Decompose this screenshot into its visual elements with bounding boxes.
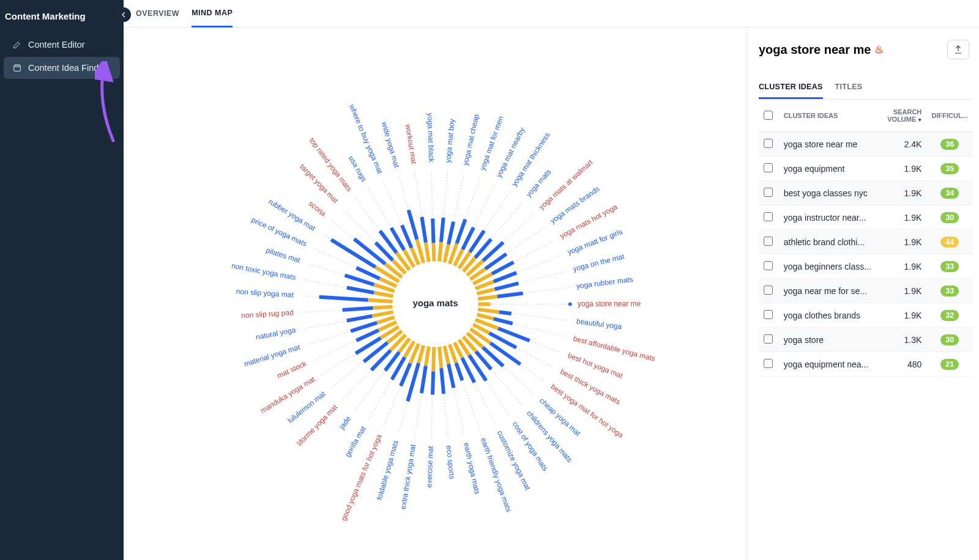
svg-line-116 [433, 243, 434, 261]
mindmap-node[interactable]: earth yoga mats [462, 442, 482, 495]
svg-line-79 [301, 310, 343, 312]
svg-line-87 [345, 275, 374, 284]
svg-line-83 [374, 293, 393, 297]
svg-line-150 [495, 283, 519, 289]
collapse-sidebar-button[interactable] [116, 7, 131, 22]
svg-line-126 [456, 219, 465, 244]
col-search-volume[interactable]: SEARCH VOLUME▾ [876, 100, 926, 132]
table-row[interactable]: athletic brand clothi...1.9K44 [759, 230, 973, 254]
panel-title-text: yoga store near me [759, 43, 871, 57]
svg-line-46 [415, 393, 422, 437]
mindmap-node[interactable]: eco sports [445, 445, 456, 479]
mindmap-node[interactable]: jade [337, 414, 353, 432]
row-checkbox[interactable] [764, 359, 773, 368]
table-row[interactable]: yoga instructor near...1.9K30 [759, 205, 973, 230]
row-name: yoga near me for se... [779, 279, 876, 303]
mindmap-node[interactable]: pilates mat [265, 246, 302, 265]
mindmap-node[interactable]: yoga mat black [426, 112, 436, 163]
mindmap-node[interactable]: usa rugs [347, 155, 368, 183]
row-checkbox[interactable] [764, 139, 773, 148]
mindmap-node[interactable]: yoga mat boy [444, 119, 456, 163]
svg-line-61 [341, 370, 371, 400]
row-checkbox[interactable] [764, 310, 773, 319]
table-row[interactable]: yoga equipment1.9K35 [759, 157, 973, 181]
row-checkbox[interactable] [764, 163, 773, 172]
svg-line-78 [343, 308, 373, 310]
top-tabs: OVERVIEW MIND MAP [124, 0, 979, 28]
select-all-checkbox[interactable] [764, 111, 773, 120]
mindmap-node[interactable]: yoga rubber mats [576, 275, 633, 290]
export-icon [953, 45, 963, 54]
row-checkbox[interactable] [764, 188, 773, 197]
svg-line-130 [474, 183, 496, 227]
svg-line-133 [484, 192, 510, 230]
table-row[interactable]: best yoga classes nyc1.9K34 [759, 181, 973, 205]
subtab-cluster-ideas[interactable]: CLUSTER IDEAS [759, 76, 823, 99]
svg-line-81 [319, 297, 368, 300]
svg-line-36 [449, 364, 454, 388]
col-difficulty[interactable]: DIFFICUL... [926, 100, 973, 132]
mindmap-node[interactable]: natural yoga [255, 325, 297, 341]
subtab-titles[interactable]: TITLES [835, 76, 863, 99]
row-name: athletic brand clothi... [779, 230, 876, 254]
sidebar-item-content-idea-finder[interactable]: Content Idea Finder [4, 57, 120, 79]
mindmap-node[interactable]: extra thick yoga mat [399, 443, 417, 510]
mindmap-node[interactable]: non slip rug pad [241, 308, 294, 320]
svg-line-42 [433, 372, 433, 395]
mindmap-node[interactable]: non slip yoga mat [236, 287, 294, 300]
table-row[interactable]: yoga near me for se...1.9K33 [759, 279, 973, 303]
mindmap-node[interactable]: yoga store near me [578, 300, 641, 308]
mindmap-node[interactable]: mat stock [276, 359, 308, 380]
table-row[interactable]: yoga store1.3K30 [759, 328, 973, 352]
row-search-volume: 1.9K [876, 205, 926, 230]
svg-line-85 [303, 279, 347, 287]
svg-line-106 [368, 188, 391, 228]
svg-line-147 [494, 273, 516, 281]
row-checkbox[interactable] [764, 286, 773, 295]
svg-line-47 [419, 345, 423, 363]
svg-line-153 [497, 293, 523, 297]
sort-desc-icon: ▾ [918, 117, 921, 123]
mindmap-node[interactable]: non toxic yoga mats [231, 262, 296, 282]
svg-line-74 [372, 312, 393, 315]
mindmap-node[interactable]: foldable yoga mats [375, 440, 400, 501]
row-search-volume: 1.9K [876, 157, 926, 181]
table-row[interactable]: yoga beginners class...1.9K33 [759, 254, 973, 279]
sidebar-item-content-editor[interactable]: Content Editor [4, 34, 120, 56]
row-name: yoga equipment nea... [779, 352, 876, 377]
tab-overview[interactable]: OVERVIEW [136, 1, 179, 26]
mind-map[interactable]: yoga store near mebeautiful yogabest aff… [124, 28, 747, 560]
row-checkbox[interactable] [764, 334, 773, 344]
mindmap-node[interactable]: scoria [307, 199, 328, 218]
row-name: yoga clothes brands [779, 303, 876, 328]
difficulty-pill: 35 [940, 163, 959, 174]
svg-line-51 [401, 363, 411, 386]
mindmap-node[interactable]: exercise mat [425, 446, 434, 488]
mindmap-node[interactable]: good yoga mats for hot yoga [339, 433, 383, 522]
mindmap-node[interactable]: workout mat [404, 123, 419, 164]
mindmap-node[interactable]: yoga mat cheap [461, 113, 481, 166]
mindmap-node[interactable]: gorilla mat [343, 424, 368, 459]
mindmap-node[interactable]: beautiful yoga [576, 317, 622, 331]
difficulty-pill: 36 [940, 139, 959, 150]
export-button[interactable] [947, 40, 969, 59]
row-name: yoga instructor near... [779, 205, 876, 230]
row-checkbox[interactable] [764, 261, 773, 270]
mindmap-node[interactable]: yoga on the mat [572, 252, 626, 273]
row-checkbox[interactable] [764, 237, 773, 246]
date-icon [12, 63, 22, 73]
row-checkbox[interactable] [764, 212, 773, 221]
svg-line-52 [383, 386, 401, 428]
col-cluster-ideas[interactable]: CLUSTER IDEAS [779, 100, 876, 132]
table-row[interactable]: yoga equipment nea...48021 [759, 352, 973, 377]
mindmap-node[interactable]: yoga mats at walmart [537, 158, 595, 212]
svg-line-71 [377, 317, 395, 323]
svg-line-112 [398, 175, 408, 210]
table-row[interactable]: yoga clothes brands1.9K32 [759, 303, 973, 328]
svg-line-124 [453, 172, 464, 221]
svg-line-96 [354, 239, 385, 264]
tab-mind-map[interactable]: MIND MAP [192, 0, 233, 28]
difficulty-pill: 30 [940, 212, 959, 223]
mindmap-node[interactable]: wide yoga mat [380, 120, 401, 169]
table-row[interactable]: yoga store near me2.4K36 [759, 132, 973, 157]
